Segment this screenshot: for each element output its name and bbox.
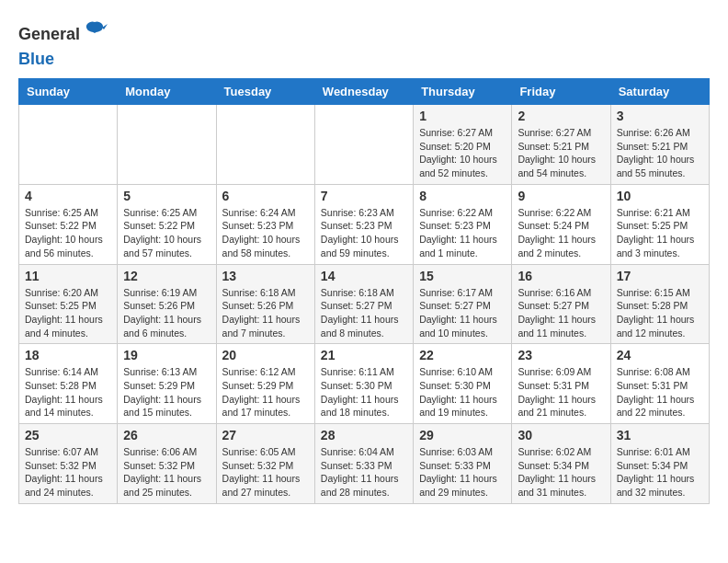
- weekday-header-saturday: Saturday: [610, 79, 709, 105]
- day-number: 18: [25, 348, 111, 362]
- day-number: 27: [222, 428, 309, 442]
- day-info: Sunrise: 6:04 AMSunset: 5:33 PMDaylight:…: [321, 445, 407, 500]
- week-row-4: 18Sunrise: 6:14 AMSunset: 5:28 PMDayligh…: [19, 344, 710, 424]
- calendar-cell: 5Sunrise: 6:25 AMSunset: 5:22 PMDaylight…: [118, 184, 216, 264]
- calendar-cell: 11Sunrise: 6:20 AMSunset: 5:25 PMDayligh…: [19, 264, 118, 344]
- day-info: Sunrise: 6:12 AMSunset: 5:29 PMDaylight:…: [222, 365, 309, 419]
- day-number: 10: [617, 189, 703, 203]
- calendar-cell: 13Sunrise: 6:18 AMSunset: 5:26 PMDayligh…: [216, 264, 314, 344]
- calendar-cell: 8Sunrise: 6:22 AMSunset: 5:23 PMDaylight…: [414, 184, 512, 264]
- day-number: 12: [123, 269, 210, 283]
- day-info: Sunrise: 6:26 AMSunset: 5:21 PMDaylight:…: [617, 126, 703, 180]
- day-info: Sunrise: 6:22 AMSunset: 5:24 PMDaylight:…: [518, 206, 604, 260]
- day-info: Sunrise: 6:01 AMSunset: 5:34 PMDaylight:…: [617, 445, 703, 500]
- calendar-cell: 2Sunrise: 6:27 AMSunset: 5:21 PMDaylight…: [512, 105, 610, 185]
- day-number: 5: [123, 189, 210, 203]
- calendar-cell: 9Sunrise: 6:22 AMSunset: 5:24 PMDaylight…: [512, 184, 610, 264]
- day-number: 1: [419, 109, 506, 123]
- week-row-3: 11Sunrise: 6:20 AMSunset: 5:25 PMDayligh…: [19, 264, 710, 344]
- calendar-cell: 22Sunrise: 6:10 AMSunset: 5:30 PMDayligh…: [414, 344, 512, 424]
- day-number: 20: [222, 348, 309, 362]
- day-number: 25: [25, 428, 111, 442]
- day-info: Sunrise: 6:05 AMSunset: 5:32 PMDaylight:…: [222, 445, 309, 500]
- calendar-cell: 3Sunrise: 6:26 AMSunset: 5:21 PMDaylight…: [610, 105, 709, 185]
- calendar-cell: 6Sunrise: 6:24 AMSunset: 5:23 PMDaylight…: [216, 184, 314, 264]
- weekday-header-thursday: Thursday: [414, 79, 512, 105]
- day-number: 2: [518, 109, 604, 123]
- weekday-header-tuesday: Tuesday: [216, 79, 314, 105]
- day-info: Sunrise: 6:16 AMSunset: 5:27 PMDaylight:…: [518, 286, 604, 340]
- calendar-cell: 20Sunrise: 6:12 AMSunset: 5:29 PMDayligh…: [216, 344, 314, 424]
- calendar-cell: 18Sunrise: 6:14 AMSunset: 5:28 PMDayligh…: [19, 344, 118, 424]
- calendar-cell: 25Sunrise: 6:07 AMSunset: 5:32 PMDayligh…: [19, 424, 118, 504]
- calendar-cell: 23Sunrise: 6:09 AMSunset: 5:31 PMDayligh…: [512, 344, 610, 424]
- day-number: 4: [25, 189, 111, 203]
- day-number: 14: [321, 269, 407, 283]
- calendar-cell: [314, 105, 413, 185]
- day-info: Sunrise: 6:11 AMSunset: 5:30 PMDaylight:…: [321, 365, 407, 419]
- day-number: 3: [617, 109, 703, 123]
- day-number: 16: [518, 269, 604, 283]
- calendar-cell: 21Sunrise: 6:11 AMSunset: 5:30 PMDayligh…: [314, 344, 413, 424]
- day-info: Sunrise: 6:21 AMSunset: 5:25 PMDaylight:…: [617, 206, 703, 260]
- day-number: 7: [321, 189, 407, 203]
- day-number: 29: [419, 428, 506, 442]
- logo-blue: Blue: [18, 50, 54, 69]
- calendar-cell: 24Sunrise: 6:08 AMSunset: 5:31 PMDayligh…: [610, 344, 709, 424]
- calendar-cell: 28Sunrise: 6:04 AMSunset: 5:33 PMDayligh…: [314, 424, 413, 504]
- calendar-cell: 1Sunrise: 6:27 AMSunset: 5:20 PMDaylight…: [414, 105, 512, 185]
- calendar-cell: 29Sunrise: 6:03 AMSunset: 5:33 PMDayligh…: [414, 424, 512, 504]
- day-info: Sunrise: 6:25 AMSunset: 5:22 PMDaylight:…: [25, 206, 111, 260]
- day-number: 28: [321, 428, 407, 442]
- logo: General Blue: [18, 18, 108, 69]
- weekday-header-row: SundayMondayTuesdayWednesdayThursdayFrid…: [19, 79, 710, 105]
- calendar-cell: 31Sunrise: 6:01 AMSunset: 5:34 PMDayligh…: [610, 424, 709, 504]
- day-info: Sunrise: 6:07 AMSunset: 5:32 PMDaylight:…: [25, 445, 111, 500]
- calendar-cell: [118, 105, 216, 185]
- day-info: Sunrise: 6:17 AMSunset: 5:27 PMDaylight:…: [419, 286, 506, 340]
- day-number: 24: [617, 348, 703, 362]
- day-info: Sunrise: 6:10 AMSunset: 5:30 PMDaylight:…: [419, 365, 506, 419]
- day-info: Sunrise: 6:06 AMSunset: 5:32 PMDaylight:…: [123, 445, 210, 500]
- day-info: Sunrise: 6:15 AMSunset: 5:28 PMDaylight:…: [617, 286, 703, 340]
- calendar-cell: 10Sunrise: 6:21 AMSunset: 5:25 PMDayligh…: [610, 184, 709, 264]
- day-number: 11: [25, 269, 111, 283]
- day-info: Sunrise: 6:22 AMSunset: 5:23 PMDaylight:…: [419, 206, 506, 260]
- calendar-cell: 19Sunrise: 6:13 AMSunset: 5:29 PMDayligh…: [118, 344, 216, 424]
- calendar-cell: 16Sunrise: 6:16 AMSunset: 5:27 PMDayligh…: [512, 264, 610, 344]
- calendar-cell: 17Sunrise: 6:15 AMSunset: 5:28 PMDayligh…: [610, 264, 709, 344]
- day-info: Sunrise: 6:08 AMSunset: 5:31 PMDaylight:…: [617, 365, 703, 419]
- day-info: Sunrise: 6:20 AMSunset: 5:25 PMDaylight:…: [25, 286, 111, 340]
- calendar-cell: 27Sunrise: 6:05 AMSunset: 5:32 PMDayligh…: [216, 424, 314, 504]
- day-info: Sunrise: 6:18 AMSunset: 5:26 PMDaylight:…: [222, 286, 309, 340]
- calendar-cell: [19, 105, 118, 185]
- week-row-5: 25Sunrise: 6:07 AMSunset: 5:32 PMDayligh…: [19, 424, 710, 504]
- day-number: 31: [617, 428, 703, 442]
- day-number: 17: [617, 269, 703, 283]
- logo-general: General: [18, 25, 80, 44]
- day-info: Sunrise: 6:02 AMSunset: 5:34 PMDaylight:…: [518, 445, 604, 500]
- weekday-header-friday: Friday: [512, 79, 610, 105]
- day-number: 6: [222, 189, 309, 203]
- calendar-cell: 14Sunrise: 6:18 AMSunset: 5:27 PMDayligh…: [314, 264, 413, 344]
- day-info: Sunrise: 6:23 AMSunset: 5:23 PMDaylight:…: [321, 206, 407, 260]
- week-row-2: 4Sunrise: 6:25 AMSunset: 5:22 PMDaylight…: [19, 184, 710, 264]
- day-info: Sunrise: 6:24 AMSunset: 5:23 PMDaylight:…: [222, 206, 309, 260]
- calendar-cell: 26Sunrise: 6:06 AMSunset: 5:32 PMDayligh…: [118, 424, 216, 504]
- logo-bird-icon: [82, 18, 108, 50]
- day-info: Sunrise: 6:14 AMSunset: 5:28 PMDaylight:…: [25, 365, 111, 419]
- day-number: 8: [419, 189, 506, 203]
- day-info: Sunrise: 6:03 AMSunset: 5:33 PMDaylight:…: [419, 445, 506, 500]
- day-info: Sunrise: 6:27 AMSunset: 5:20 PMDaylight:…: [419, 126, 506, 180]
- calendar-cell: 4Sunrise: 6:25 AMSunset: 5:22 PMDaylight…: [19, 184, 118, 264]
- day-number: 13: [222, 269, 309, 283]
- weekday-header-sunday: Sunday: [19, 79, 118, 105]
- day-info: Sunrise: 6:09 AMSunset: 5:31 PMDaylight:…: [518, 365, 604, 419]
- weekday-header-wednesday: Wednesday: [314, 79, 413, 105]
- calendar-cell: 7Sunrise: 6:23 AMSunset: 5:23 PMDaylight…: [314, 184, 413, 264]
- page-header: General Blue: [18, 18, 710, 69]
- day-info: Sunrise: 6:27 AMSunset: 5:21 PMDaylight:…: [518, 126, 604, 180]
- day-info: Sunrise: 6:19 AMSunset: 5:26 PMDaylight:…: [123, 286, 210, 340]
- calendar-cell: 15Sunrise: 6:17 AMSunset: 5:27 PMDayligh…: [414, 264, 512, 344]
- day-number: 15: [419, 269, 506, 283]
